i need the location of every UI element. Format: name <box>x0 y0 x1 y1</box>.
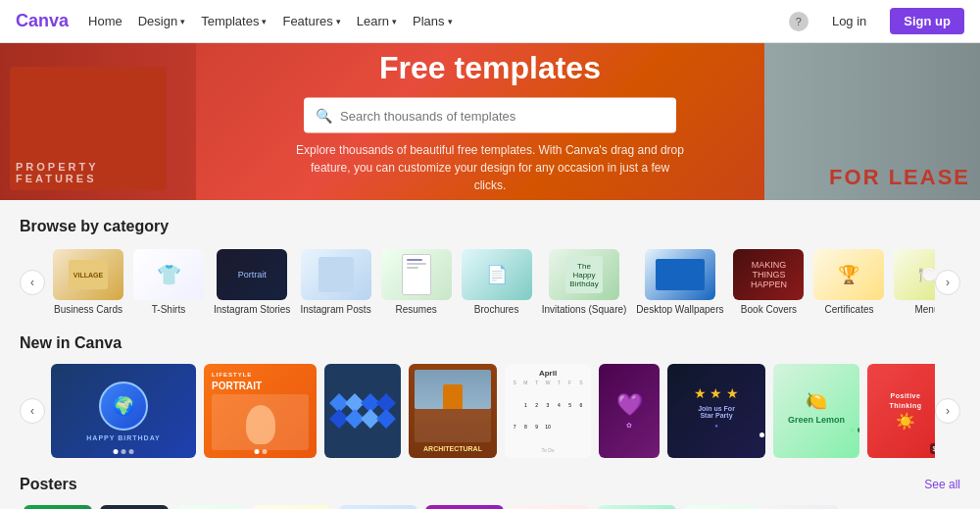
birthday-card-label: HAPPY BIRTHDAY <box>86 434 160 441</box>
category-item-invitations[interactable]: The Happy Birthday Invitations (Square) <box>542 249 627 315</box>
instagram-posts-label: Instagram Posts <box>300 304 370 315</box>
search-icon: 🔍 <box>316 108 332 124</box>
business-cards-label: Business Cards <box>54 304 122 315</box>
browse-header: Browse by category <box>20 218 960 235</box>
poster-card-classroom[interactable]: Welcome to ClassroomMrs. Wilson <box>339 505 417 509</box>
template-card-green-lemon[interactable]: 🍋 Green Lemon <box>773 364 859 458</box>
resumes-label: Resumes <box>396 304 437 315</box>
login-button[interactable]: Log in <box>818 8 880 34</box>
poster-card-hiring[interactable]: WE AREHiring JOIN POSITIONS $ <box>425 505 504 509</box>
poster-cards-list: Summer Planning MAKE ART NOT WAR! 🌸 Spri… <box>20 503 960 509</box>
main-content: Browse by category ‹ VILLAGE Business Ca… <box>0 200 980 509</box>
hero-title: Free templates <box>0 50 980 86</box>
category-item-menus[interactable]: 🍽️ Menus <box>894 249 935 315</box>
poster-card-shine[interactable]: ✨ Shine Brightly $ <box>512 505 590 509</box>
template-card-positive-thinking[interactable]: Positive Thinking ☀️ $ <box>867 364 935 458</box>
poster-card-palm-sunday[interactable]: 🌴 Palm Sunday $ <box>684 505 758 509</box>
posters-title: Posters <box>20 476 77 493</box>
category-item-instagram-stories[interactable]: Portrait Instagram Stories <box>214 249 290 315</box>
invitations-label: Invitations (Square) <box>542 304 627 315</box>
template-card-floral[interactable]: 💜 ✿ <box>599 364 660 458</box>
tshirt-label: T-Shirts <box>152 304 185 315</box>
hero-search-bar[interactable]: 🔍 <box>304 98 676 133</box>
new-in-canva-row: ‹ 🌍 HAPPY BIRTHDAY LIFESTYLE PORTRAIT <box>20 362 960 460</box>
poster-card-summer[interactable]: Summer Planning <box>24 505 92 509</box>
nav-plans[interactable]: Plans ▾ <box>413 14 453 28</box>
hero-section: PROPERTY FEATURES FOR LEASE Free templat… <box>0 43 980 200</box>
template-card-architecture[interactable]: ARCHITECTURAL <box>409 364 497 458</box>
new-scroll-left[interactable]: ‹ <box>20 398 45 424</box>
template-card-portrait[interactable]: LIFESTYLE PORTRAIT <box>204 364 317 458</box>
plans-chevron: ▾ <box>448 17 453 26</box>
brochures-thumb: 📄 <box>462 249 532 300</box>
price-badge: $ <box>930 443 935 454</box>
nav-features[interactable]: Features ▾ <box>282 14 340 28</box>
menus-label: Menus <box>914 304 935 315</box>
new-cards-list: 🌍 HAPPY BIRTHDAY LIFESTYLE PORTRAIT <box>45 362 935 460</box>
template-card-birthday[interactable]: 🌍 HAPPY BIRTHDAY <box>51 364 196 458</box>
new-scroll-right[interactable]: › <box>935 398 960 424</box>
navbar: Canva Home Design ▾ Templates ▾ Features… <box>0 0 980 43</box>
poster-card-property[interactable]: Property Features <box>253 505 331 509</box>
new-in-canva-header: New in Canva <box>20 334 960 352</box>
business-cards-thumb: VILLAGE <box>53 249 123 300</box>
templates-chevron: ▾ <box>262 17 267 26</box>
template-card-calendar[interactable]: April S M T W T F S 1 2 3 4 5 <box>505 364 591 458</box>
hero-center: Free templates 🔍 Explore thousands of be… <box>0 50 980 194</box>
instagram-stories-thumb: Portrait <box>217 249 287 300</box>
hero-subtitle: Explore thousands of beautiful free temp… <box>294 141 686 194</box>
resumes-thumb <box>381 249 452 300</box>
book-covers-thumb: MAKING THINGS HAPPEN <box>733 249 804 300</box>
tshirt-thumb: 👕 <box>133 249 204 300</box>
desktop-label: Desktop Wallpapers <box>636 304 723 315</box>
nav-learn[interactable]: Learn ▾ <box>357 14 397 28</box>
poster-see-all-card[interactable]: → See all <box>765 505 839 509</box>
poster-card-spring[interactable]: 🌸 Spring Sale <box>176 505 245 509</box>
book-covers-label: Book Covers <box>741 304 797 315</box>
poster-card-make-art[interactable]: MAKE ART NOT WAR! <box>100 505 169 509</box>
category-item-book-covers[interactable]: MAKING THINGS HAPPEN Book Covers <box>733 249 804 315</box>
nav-left: Canva Home Design ▾ Templates ▾ Features… <box>16 11 453 31</box>
categories-list: VILLAGE Business Cards 👕 T-Shirts Portra… <box>45 245 935 319</box>
category-item-tshirts[interactable]: 👕 T-Shirts <box>133 249 204 315</box>
instagram-posts-thumb <box>301 249 371 300</box>
brochures-label: Brochures <box>474 304 519 315</box>
signup-button[interactable]: Sign up <box>890 8 964 34</box>
instagram-stories-label: Instagram Stories <box>214 304 290 315</box>
help-icon[interactable]: ? <box>789 12 808 31</box>
category-item-resumes[interactable]: Resumes <box>381 249 452 315</box>
see-all-link[interactable]: See all <box>924 478 960 491</box>
menus-thumb: 🍽️ <box>894 249 935 300</box>
category-item-instagram-posts[interactable]: Instagram Posts <box>300 249 370 315</box>
invitations-thumb: The Happy Birthday <box>549 249 619 300</box>
template-card-pattern[interactable] <box>324 364 401 458</box>
certificates-thumb: 🏆 <box>813 249 884 300</box>
browse-title: Browse by category <box>20 218 169 235</box>
logo[interactable]: Canva <box>16 11 69 31</box>
nav-home[interactable]: Home <box>88 14 122 28</box>
nav-links: Home Design ▾ Templates ▾ Features ▾ Lea… <box>88 14 453 28</box>
category-item-certificates[interactable]: 🏆 Certificates <box>813 249 884 315</box>
learn-chevron: ▾ <box>392 17 397 26</box>
search-input[interactable] <box>340 108 664 123</box>
template-card-star-party[interactable]: ★ ★ ★ Join us ForStar Party ● <box>667 364 765 458</box>
scroll-right-arrow[interactable]: › <box>935 270 960 295</box>
poster-card-dysarthria[interactable]: DYSARTHRIA A motor disorder caused by mu… <box>598 505 676 509</box>
design-chevron: ▾ <box>180 17 185 26</box>
posters-header: Posters See all <box>20 476 960 493</box>
category-item-business-cards[interactable]: VILLAGE Business Cards <box>53 249 123 315</box>
certificates-label: Certificates <box>824 304 873 315</box>
nav-right: ? Log in Sign up <box>789 8 964 34</box>
category-item-brochures[interactable]: 📄 Brochures <box>462 249 532 315</box>
category-row: ‹ VILLAGE Business Cards 👕 T-Shirts Port… <box>20 245 960 319</box>
positive-thinking-text: Positive Thinking <box>873 391 935 409</box>
new-in-canva-title: New in Canva <box>20 334 122 352</box>
category-item-desktop[interactable]: Desktop Wallpapers <box>636 249 723 315</box>
nav-templates[interactable]: Templates ▾ <box>201 14 267 28</box>
nav-design[interactable]: Design ▾ <box>138 14 185 28</box>
desktop-thumb <box>645 249 715 300</box>
features-chevron: ▾ <box>336 17 341 26</box>
scroll-left-arrow[interactable]: ‹ <box>20 270 45 295</box>
